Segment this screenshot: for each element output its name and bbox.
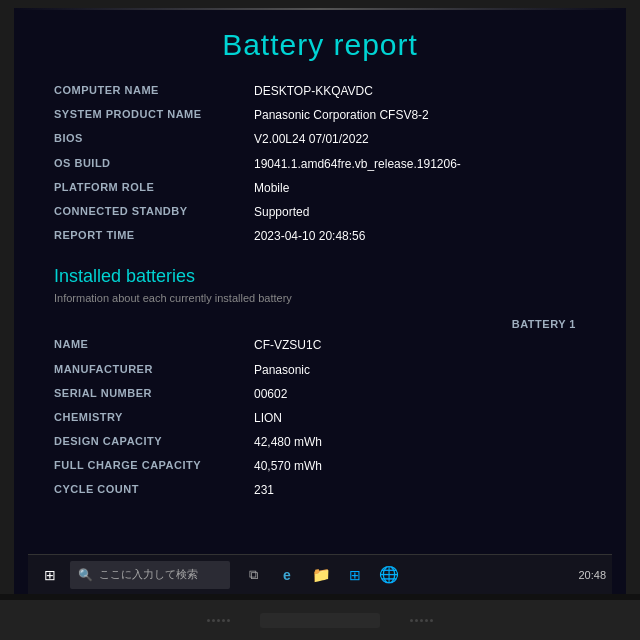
folder-icon: 📁 xyxy=(312,566,331,584)
battery-label: DESIGN CAPACITY xyxy=(54,433,254,452)
chrome-icon: 🌐 xyxy=(379,565,399,584)
info-value: Panasonic Corporation CFSV8-2 xyxy=(254,106,429,125)
folder-button[interactable]: 📁 xyxy=(306,560,336,590)
battery-table: NAME CF-VZSU1C MANUFACTURER Panasonic SE… xyxy=(54,336,586,500)
taskbar: ⊞ 🔍 ここに入力して検索 ⧉ e 📁 ⊞ � xyxy=(28,554,612,594)
battery-row: NAME CF-VZSU1C xyxy=(54,336,586,355)
info-row: REPORT TIME 2023-04-10 20:48:56 xyxy=(54,227,586,246)
windows-icon: ⊞ xyxy=(44,567,56,583)
info-value: Supported xyxy=(254,203,309,222)
info-row: CONNECTED STANDBY Supported xyxy=(54,203,586,222)
battery-value: 42,480 mWh xyxy=(254,433,322,452)
info-value: Mobile xyxy=(254,179,289,198)
info-label: PLATFORM ROLE xyxy=(54,179,254,198)
battery-label: NAME xyxy=(54,336,254,355)
battery-label: CHEMISTRY xyxy=(54,409,254,428)
info-row: COMPUTER NAME DESKTOP-KKQAVDC xyxy=(54,82,586,101)
battery-value: Panasonic xyxy=(254,361,310,380)
speaker-hole xyxy=(420,619,423,622)
battery-row: SERIAL NUMBER 00602 xyxy=(54,385,586,404)
start-button[interactable]: ⊞ xyxy=(34,559,66,591)
speaker-hole xyxy=(217,619,220,622)
info-row: OS BUILD 19041.1.amd64fre.vb_release.191… xyxy=(54,155,586,174)
battery-row: MANUFACTURER Panasonic xyxy=(54,361,586,380)
speaker-hole xyxy=(425,619,428,622)
right-speaker xyxy=(410,619,433,622)
info-value: 19041.1.amd64fre.vb_release.191206- xyxy=(254,155,461,174)
taskbar-icons: ⧉ e 📁 ⊞ 🌐 xyxy=(238,560,404,590)
battery-row: CHEMISTRY LION xyxy=(54,409,586,428)
search-bar[interactable]: 🔍 ここに入力して検索 xyxy=(70,561,230,589)
battery-column-header: BATTERY 1 xyxy=(54,318,586,330)
task-view-button[interactable]: ⧉ xyxy=(238,560,268,590)
page-title: Battery report xyxy=(54,28,586,62)
touchpad[interactable] xyxy=(260,613,380,628)
speaker-hole xyxy=(415,619,418,622)
edge-button[interactable]: e xyxy=(272,560,302,590)
battery-value: CF-VZSU1C xyxy=(254,336,321,355)
speaker-hole xyxy=(207,619,210,622)
speaker-hole xyxy=(212,619,215,622)
grid-icon: ⊞ xyxy=(349,567,361,583)
bottom-bezel xyxy=(0,600,640,640)
batteries-section-subtitle: Information about each currently install… xyxy=(54,292,586,304)
system-info-table: COMPUTER NAME DESKTOP-KKQAVDC SYSTEM PRO… xyxy=(54,82,586,246)
task-view-icon: ⧉ xyxy=(249,567,258,583)
info-label: BIOS xyxy=(54,130,254,149)
battery-label: SERIAL NUMBER xyxy=(54,385,254,404)
battery-label: FULL CHARGE CAPACITY xyxy=(54,457,254,476)
info-value: V2.00L24 07/01/2022 xyxy=(254,130,369,149)
info-label: CONNECTED STANDBY xyxy=(54,203,254,222)
battery-label: CYCLE COUNT xyxy=(54,481,254,500)
edge-icon: e xyxy=(283,567,291,583)
info-label: COMPUTER NAME xyxy=(54,82,254,101)
search-placeholder: ここに入力して検索 xyxy=(99,567,198,582)
info-row: SYSTEM PRODUCT NAME Panasonic Corporatio… xyxy=(54,106,586,125)
screen: Battery report COMPUTER NAME DESKTOP-KKQ… xyxy=(14,8,626,594)
info-value: 2023-04-10 20:48:56 xyxy=(254,227,365,246)
info-row: BIOS V2.00L24 07/01/2022 xyxy=(54,130,586,149)
battery-row: CYCLE COUNT 231 xyxy=(54,481,586,500)
battery-value: 231 xyxy=(254,481,274,500)
battery-value: LION xyxy=(254,409,282,428)
speaker-hole xyxy=(430,619,433,622)
info-label: REPORT TIME xyxy=(54,227,254,246)
speaker-hole xyxy=(222,619,225,622)
battery-label: MANUFACTURER xyxy=(54,361,254,380)
battery-row: DESIGN CAPACITY 42,480 mWh xyxy=(54,433,586,452)
screen-content: Battery report COMPUTER NAME DESKTOP-KKQ… xyxy=(14,8,626,568)
info-label: SYSTEM PRODUCT NAME xyxy=(54,106,254,125)
start-menu-button[interactable]: ⊞ xyxy=(340,560,370,590)
info-row: PLATFORM ROLE Mobile xyxy=(54,179,586,198)
battery-row: FULL CHARGE CAPACITY 40,570 mWh xyxy=(54,457,586,476)
info-label: OS BUILD xyxy=(54,155,254,174)
batteries-section-title: Installed batteries xyxy=(54,266,586,287)
battery-value: 00602 xyxy=(254,385,287,404)
search-icon: 🔍 xyxy=(78,568,93,582)
battery-value: 40,570 mWh xyxy=(254,457,322,476)
system-time: 20:48 xyxy=(578,569,606,581)
laptop-bezel: Battery report COMPUTER NAME DESKTOP-KKQ… xyxy=(0,0,640,600)
left-speaker xyxy=(207,619,230,622)
info-value: DESKTOP-KKQAVDC xyxy=(254,82,373,101)
chrome-button[interactable]: 🌐 xyxy=(374,560,404,590)
system-tray: 20:48 xyxy=(578,569,606,581)
speaker-hole xyxy=(410,619,413,622)
speaker-hole xyxy=(227,619,230,622)
